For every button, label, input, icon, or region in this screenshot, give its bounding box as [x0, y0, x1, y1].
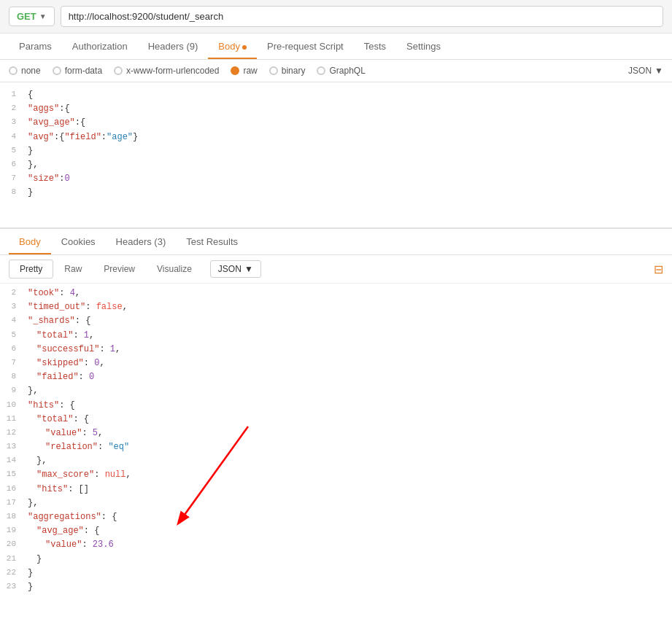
response-code-line: 7"skipped": 0,: [0, 357, 672, 370]
radio-urlencoded[interactable]: x-www-form-urlencoded: [114, 66, 219, 76]
filter-icon[interactable]: ⊟: [654, 262, 663, 276]
tab-params[interactable]: Params: [9, 34, 62, 59]
response-code-line: 4"_shards": {: [0, 314, 672, 328]
view-pretty-btn[interactable]: Pretty: [9, 260, 53, 279]
code-line: 6 },: [0, 158, 672, 172]
tab-settings[interactable]: Settings: [396, 34, 451, 59]
view-preview-btn[interactable]: Preview: [93, 260, 146, 279]
response-code-line: 16"hits": []: [0, 483, 672, 496]
view-visualize-btn[interactable]: Visualize: [146, 260, 203, 279]
chevron-down-icon: ▼: [244, 264, 253, 274]
response-code-line: 2"took": 4,: [0, 287, 672, 300]
tab-authorization[interactable]: Authorization: [62, 34, 138, 59]
tab-pre-request[interactable]: Pre-request Script: [257, 34, 354, 59]
view-raw-btn[interactable]: Raw: [53, 260, 93, 279]
url-input[interactable]: [61, 6, 663, 27]
response-tab-headers[interactable]: Headers (3): [106, 229, 177, 254]
response-code-line: 3"timed_out": false,: [0, 300, 672, 314]
tab-tests[interactable]: Tests: [354, 34, 396, 59]
response-toolbar: Pretty Raw Preview Visualize JSON ▼ ⊟: [0, 255, 672, 284]
body-dot: [242, 45, 247, 50]
response-tab-body[interactable]: Body: [9, 229, 51, 254]
tab-body[interactable]: Body: [208, 34, 257, 59]
radio-circle-graphql: [317, 66, 325, 75]
code-line: 3 "avg_age":{: [0, 116, 672, 130]
radio-circle-raw: [231, 66, 239, 75]
response-tabs: Body Cookies Headers (3) Test Results: [0, 229, 672, 255]
response-code-line: 6"successful": 1,: [0, 343, 672, 357]
chevron-down-icon: ▼: [654, 66, 663, 76]
radio-none[interactable]: none: [9, 66, 41, 76]
radio-raw[interactable]: raw: [231, 66, 257, 76]
code-line: 7 "size":0: [0, 172, 672, 186]
response-code-line: 19"avg_age": {: [0, 524, 672, 538]
response-code-line: 9},: [0, 384, 672, 398]
tab-headers[interactable]: Headers (9): [138, 34, 209, 59]
method-selector[interactable]: GET ▼: [9, 7, 55, 26]
response-code-line: 10"hits": {: [0, 399, 672, 413]
response-format-selector[interactable]: JSON ▼: [210, 260, 261, 278]
code-line: 2 "aggs":{: [0, 102, 672, 116]
code-line: 8}: [0, 186, 672, 200]
response-section: Body Cookies Headers (3) Test Results Pr…: [0, 228, 672, 597]
json-format-selector[interactable]: JSON ▼: [628, 66, 663, 76]
response-code-line: 15"max_score": null,: [0, 468, 672, 482]
response-tab-test-results[interactable]: Test Results: [176, 229, 248, 254]
radio-graphql[interactable]: GraphQL: [317, 66, 365, 76]
code-line: 1{: [0, 88, 672, 102]
request-tabs: Params Authorization Headers (9) Body Pr…: [0, 34, 672, 60]
method-label: GET: [17, 11, 36, 22]
response-code-line: 18"aggregations": {: [0, 510, 672, 524]
radio-form-data[interactable]: form-data: [53, 66, 102, 76]
code-line: 4 "avg":{"field":"age"}: [0, 131, 672, 144]
body-type-row: none form-data x-www-form-urlencoded raw…: [0, 60, 672, 82]
response-tab-cookies[interactable]: Cookies: [51, 229, 106, 254]
radio-circle-form-data: [53, 66, 61, 75]
response-code-line: 22}: [0, 566, 672, 580]
response-code-line: 11"total": {: [0, 413, 672, 427]
response-code-line: 21}: [0, 553, 672, 566]
response-code-line: 13"relation": "eq": [0, 440, 672, 454]
method-chevron-icon: ▼: [39, 12, 47, 20]
url-bar: GET ▼: [0, 0, 672, 34]
request-body-editor[interactable]: 1{2 "aggs":{3 "avg_age":{4 "avg":{"field…: [0, 82, 672, 228]
response-body-code: 2"took": 4,3"timed_out": false,4"_shards…: [0, 284, 672, 597]
response-code-line: 20"value": 23.6: [0, 538, 672, 552]
radio-circle-urlencoded: [114, 66, 123, 75]
code-line: 5 }: [0, 144, 672, 158]
radio-circle-binary: [269, 66, 278, 75]
response-code-line: 23}: [0, 580, 672, 594]
response-code-line: 5"total": 1,: [0, 329, 672, 343]
radio-binary[interactable]: binary: [269, 66, 306, 76]
response-code-line: 17},: [0, 496, 672, 510]
response-code-line: 14},: [0, 454, 672, 468]
radio-circle-none: [9, 66, 18, 75]
response-code-line: 12"value": 5,: [0, 427, 672, 440]
response-code-line: 8"failed": 0: [0, 370, 672, 384]
